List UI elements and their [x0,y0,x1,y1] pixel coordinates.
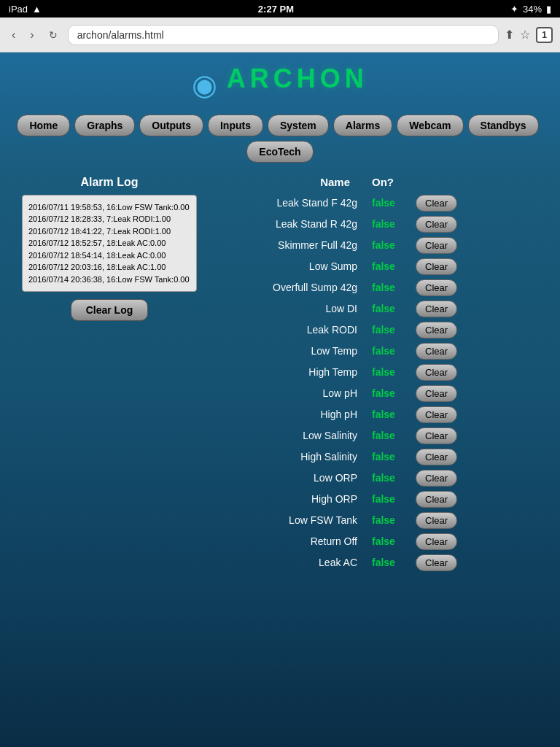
alarm-log-entry: 2016/07/14 20:36:38, 16:Low FSW Tank:0.0… [28,274,190,286]
battery-icon: ▮ [546,4,551,15]
alarm-name: Leak RODI [226,324,372,336]
alarm-value: false [372,472,416,484]
alarm-row: High TempfalseClear [219,362,538,383]
alarm-row: Skimmer Full 42gfalseClear [219,235,538,256]
alarm-row: Low SalinityfalseClear [219,425,538,446]
page-background: ◉ ARCHON Home Graphs Outputs Inputs Syst… [0,53,560,747]
nav-standbys[interactable]: Standbys [468,115,539,136]
alarm-value: false [372,387,416,399]
logo-text: ARCHON [227,63,368,93]
alarm-row: Low DIfalseClear [219,298,538,320]
alarm-name: Skimmer Full 42g [226,239,372,251]
alarm-value: false [372,303,416,314]
alarm-row: Leak Stand F 42gfalseClear [219,193,538,214]
ipad-label: iPad [9,4,28,15]
clear-alarm-button[interactable]: Clear [416,385,457,402]
browser-actions: ⬆ ☆ 1 [505,27,553,43]
alarm-row: Leak ACfalseClear [219,552,538,573]
alarm-name: High Temp [226,366,372,378]
clear-alarm-button[interactable]: Clear [416,364,457,381]
nav-webcam[interactable]: Webcam [397,115,463,136]
alarm-row: High ORPfalseClear [219,489,538,510]
nav-outputs[interactable]: Outputs [139,115,203,136]
alarm-name: High Salinity [226,451,372,462]
clear-alarm-button[interactable]: Clear [416,470,457,487]
alarm-log-entry: 2016/07/12 18:41:22, 7:Leak RODI:1.00 [28,225,190,238]
logo-icon: ◉ [192,68,217,101]
clear-alarm-button[interactable]: Clear [416,554,457,571]
alarm-value: false [372,345,416,357]
alarm-row: Leak Stand R 42gfalseClear [219,214,538,235]
alarm-value: false [372,557,416,568]
alarm-value: false [372,218,416,230]
alarm-name: Leak AC [226,557,372,568]
clear-alarm-button[interactable]: Clear [416,406,457,423]
alarm-value: false [372,324,416,336]
alarm-value: false [372,239,416,251]
alarm-row: Return OfffalseClear [219,531,538,552]
nav-home[interactable]: Home [17,115,70,136]
share-button[interactable]: ⬆ [505,28,514,42]
nav-alarms[interactable]: Alarms [333,115,392,136]
alarm-name: Low pH [226,387,372,399]
alarm-table-header: Name On? [219,176,538,193]
forward-button[interactable]: › [26,26,38,44]
clear-alarm-button[interactable]: Clear [416,258,457,275]
alarm-log-box: 2016/07/11 19:58:53, 16:Low FSW Tank:0.0… [22,195,197,293]
bookmark-button[interactable]: ☆ [520,28,530,42]
clear-alarm-button[interactable]: Clear [416,533,457,550]
alarm-row: Low SumpfalseClear [219,256,538,277]
nav-inputs[interactable]: Inputs [208,115,263,136]
clear-alarm-button[interactable]: Clear [416,427,457,444]
clear-alarm-button[interactable]: Clear [416,301,457,317]
alarm-name: Low DI [226,303,372,314]
alarm-name: Return Off [226,535,372,547]
alarm-name: Low Salinity [226,430,372,441]
bluetooth-icon: ✦ [510,4,518,15]
status-left: iPad ▲ [9,4,42,15]
alarm-log-entry: 2016/07/12 20:03:16, 18:Leak AC:1.00 [28,261,190,274]
alarm-log-entry: 2016/07/12 18:28:33, 7:Leak RODI:1.00 [28,213,190,225]
reload-button[interactable]: ↻ [44,26,62,44]
status-right: ✦ 34% ▮ [510,4,551,15]
alarm-row: Low FSW TankfalseClear [219,510,538,531]
alarm-name: Leak Stand R 42g [226,218,372,230]
nav-system[interactable]: System [268,115,329,136]
back-button[interactable]: ‹ [7,26,20,44]
alarm-value: false [372,282,416,293]
clear-alarm-button[interactable]: Clear [416,491,457,508]
alarm-row: Leak RODIfalseClear [219,320,538,341]
nav-ecotech[interactable]: EcoTech [246,141,313,163]
alarm-name: Leak Stand F 42g [226,197,372,209]
status-bar: iPad ▲ 2:27 PM ✦ 34% ▮ [0,0,560,18]
alarm-value: false [372,260,416,272]
alarm-name: Low ORP [226,472,372,484]
col-on-header: On? [372,176,394,188]
logo-area: ◉ ARCHON [0,53,560,109]
col-name-header: Name [226,176,372,188]
alarm-value: false [372,451,416,462]
clear-alarm-button[interactable]: Clear [416,216,457,233]
alarm-value: false [372,493,416,505]
alarm-name: Low Temp [226,345,372,357]
alarm-log-section: Alarm Log 2016/07/11 19:58:53, 16:Low FS… [22,176,197,322]
clear-alarm-button[interactable]: Clear [416,279,457,296]
status-time: 2:27 PM [258,4,294,15]
alarm-name: High ORP [226,493,372,505]
alarm-value: false [372,430,416,441]
clear-alarm-button[interactable]: Clear [416,512,457,529]
alarm-value: false [372,409,416,420]
clear-alarm-button[interactable]: Clear [416,237,457,254]
tab-count[interactable]: 1 [536,27,553,43]
alarm-log-title: Alarm Log [22,176,197,189]
clear-alarm-button[interactable]: Clear [416,449,457,465]
clear-alarm-button[interactable]: Clear [416,322,457,338]
clear-alarm-button[interactable]: Clear [416,195,457,212]
browser-chrome: ‹ › ↻ ⬆ ☆ 1 [0,18,560,53]
nav-graphs[interactable]: Graphs [74,115,135,136]
alarm-row: Low pHfalseClear [219,383,538,404]
clear-log-button[interactable]: Clear Log [71,299,149,321]
clear-alarm-button[interactable]: Clear [416,343,457,360]
alarm-name: Low Sump [226,260,372,272]
address-bar[interactable] [68,25,499,45]
